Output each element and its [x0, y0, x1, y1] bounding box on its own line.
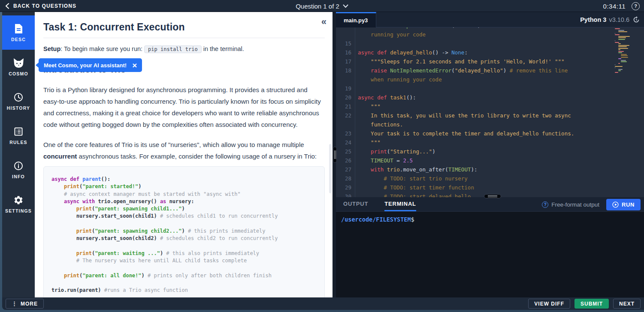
top-bar: BACK TO QUESTIONS Question 1 of 2 0:34:1… — [0, 0, 644, 12]
horizontal-resize-handle[interactable] — [333, 147, 337, 163]
example-code-block: async def parent(): print("parent: start… — [43, 166, 325, 297]
left-sidebar: DESC COSMO HISTORY RULES INFO — [2, 12, 35, 297]
help-icon[interactable]: ? — [632, 2, 640, 10]
play-icon — [612, 201, 619, 208]
nursery-paragraph: One of the core features of Trio is its … — [43, 139, 322, 162]
back-to-questions-button[interactable]: BACK TO QUESTIONS — [5, 3, 76, 9]
chevron-left-icon — [5, 3, 9, 9]
code-editor[interactable]: 14 raise NotImplementedError("timer") # … — [336, 27, 644, 197]
sidebar-item-desc[interactable]: DESC — [2, 15, 35, 50]
terminal-prompt-symbol: $ — [411, 216, 414, 223]
setup-pre: : To begin make sure you run: — [60, 45, 144, 52]
more-button[interactable]: ⋮ MORE — [6, 299, 44, 309]
setup-bold: Setup — [43, 45, 60, 52]
minimap[interactable] — [615, 27, 635, 73]
clock-icon — [13, 92, 24, 102]
cosmo-tooltip: Meet Cosmo, your AI assistant! × — [39, 58, 142, 72]
chevron-down-icon — [343, 4, 348, 8]
output-panel: OUTPUT TERMINAL ? Free-format output RUN… — [336, 197, 644, 297]
setup-paragraph: Setup: To begin make sure you run: pip i… — [43, 45, 325, 53]
back-label: BACK TO QUESTIONS — [13, 3, 76, 9]
task-title: Task 1: Concurrent Execution — [43, 21, 185, 33]
view-diff-button[interactable]: VIEW DIFF — [528, 299, 570, 309]
language-version: v3.10.6 — [609, 16, 629, 23]
setup-post: in the terminal. — [202, 45, 244, 52]
sidebar-item-label: INFO — [12, 174, 25, 179]
title-divider — [43, 38, 325, 38]
run-label: RUN — [622, 201, 635, 208]
sidebar-item-label: DESC — [11, 37, 26, 42]
tab-terminal[interactable]: TERMINAL — [384, 197, 416, 211]
vertical-resize-handle[interactable] — [484, 194, 501, 198]
sidebar-item-label: HISTORY — [7, 105, 30, 111]
sidebar-item-rules[interactable]: RULES — [2, 118, 35, 153]
submit-button[interactable]: SUBMIT — [574, 299, 609, 309]
nursery-paragraph-bold: concurrent — [43, 153, 77, 160]
sidebar-item-label: SETTINGS — [5, 208, 32, 213]
file-tab-main-py3[interactable]: main.py3 — [336, 12, 376, 27]
sidebar-item-info[interactable]: INFO — [2, 153, 35, 187]
rules-list-icon — [13, 126, 24, 137]
document-icon — [14, 24, 23, 34]
language-name: Python 3 — [580, 16, 606, 23]
editor-tab-bar: main.py3 Python 3 v3.10.6 — [336, 12, 644, 27]
timer: 0:34:11 — [603, 3, 626, 10]
output-tab-bar: OUTPUT TERMINAL ? Free-format output RUN — [336, 197, 644, 212]
kebab-menu-icon: ⋮ — [12, 300, 17, 307]
intro-paragraph: Trio is a Python library designed for as… — [43, 84, 322, 130]
editor-lines: 14 raise NotImplementedError("timer") # … — [336, 27, 644, 197]
sidebar-item-label: RULES — [9, 140, 27, 145]
nursery-paragraph-pre: One of the core features of Trio is its … — [43, 141, 304, 148]
language-indicator: Python 3 v3.10.6 — [580, 12, 629, 27]
sidebar-item-history[interactable]: HISTORY — [2, 84, 35, 118]
free-format-output-hint: ? Free-format output — [542, 201, 599, 208]
bottom-bar: ⋮ MORE VIEW DIFF SUBMIT NEXT — [2, 297, 644, 310]
code-editor-panel: main.py3 Python 3 v3.10.6 14 raise NotIm… — [336, 12, 644, 197]
task-panel-scrollbar[interactable] — [329, 144, 332, 193]
question-selector-label: Question 1 of 2 — [296, 3, 339, 10]
more-label: MORE — [21, 301, 38, 307]
tab-output[interactable]: OUTPUT — [343, 197, 368, 211]
sidebar-item-cosmo[interactable]: COSMO — [2, 50, 35, 84]
gutter-divider — [355, 27, 355, 197]
setup-command-chip: pip install trio — [144, 45, 202, 53]
gear-icon — [13, 195, 24, 205]
next-button[interactable]: NEXT — [613, 299, 641, 309]
collapse-panel-icon[interactable]: « — [321, 16, 327, 27]
terminal[interactable]: /usercode/FILESYSTEM$ — [336, 212, 644, 297]
free-format-output-label: Free-format output — [551, 201, 599, 208]
sidebar-item-label: COSMO — [9, 71, 28, 76]
run-button[interactable]: RUN — [606, 199, 641, 210]
task-description-panel: Task 1: Concurrent Execution « Setup: To… — [35, 12, 333, 297]
info-icon — [13, 161, 24, 171]
question-selector-dropdown[interactable]: Question 1 of 2 — [296, 3, 348, 10]
nursery-paragraph-post: asynchronous tasks. For example, conside… — [77, 153, 317, 160]
reset-code-icon[interactable] — [633, 16, 640, 23]
terminal-prompt-path: /usercode/FILESYSTEM — [341, 216, 411, 223]
cosmo-cat-icon — [13, 58, 24, 68]
cosmo-tooltip-text: Meet Cosmo, your AI assistant! — [44, 62, 127, 69]
sidebar-item-settings[interactable]: SETTINGS — [2, 187, 35, 221]
help-circle-icon[interactable]: ? — [542, 201, 548, 208]
close-icon[interactable]: × — [132, 61, 137, 69]
